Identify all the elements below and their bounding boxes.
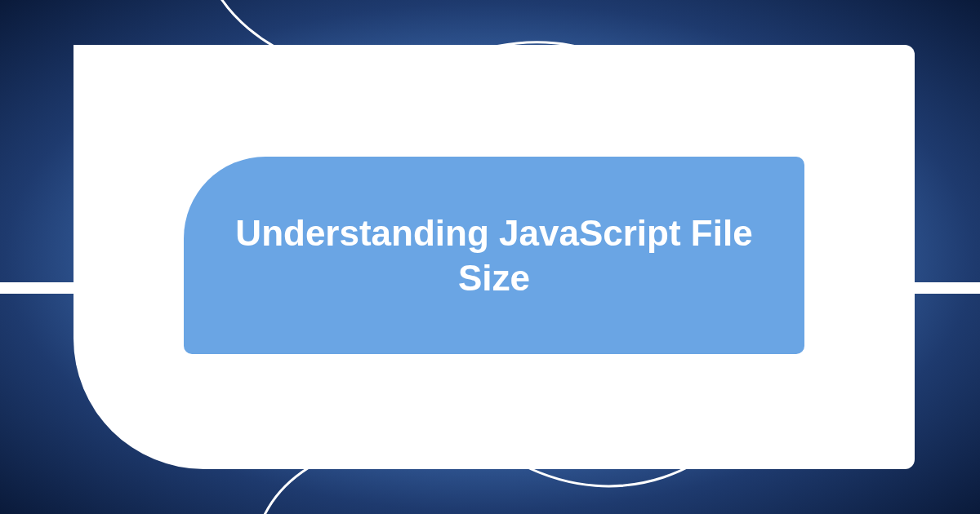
decorative-line-right xyxy=(911,282,980,294)
page-title: Understanding JavaScript File Size xyxy=(233,210,755,300)
inner-card: Understanding JavaScript File Size xyxy=(184,157,804,354)
decorative-line-left xyxy=(0,282,74,294)
